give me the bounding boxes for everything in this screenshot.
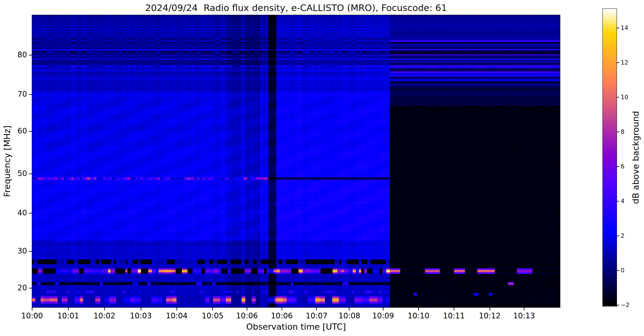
colorbar-tick-label: 10 bbox=[621, 94, 628, 100]
x-tick bbox=[141, 308, 141, 310]
x-tick bbox=[104, 308, 105, 310]
x-tick bbox=[418, 308, 419, 310]
colorbar-tick-label: 8 bbox=[621, 128, 624, 135]
x-tick-label: 10:06 bbox=[268, 311, 296, 320]
colorbar-tick bbox=[617, 236, 619, 236]
x-tick-label: 10:13 bbox=[510, 311, 538, 320]
x-tick bbox=[316, 308, 317, 310]
x-tick-label: 10:08 bbox=[335, 311, 363, 320]
colorbar-tick-label: −2 bbox=[621, 301, 630, 308]
chart-title: 2024/09/24 Radio flux density, e-CALLIST… bbox=[32, 3, 560, 13]
x-axis-label: Observation time [UTC] bbox=[202, 322, 390, 332]
y-tick bbox=[29, 94, 32, 95]
y-tick bbox=[29, 55, 32, 55]
x-tick-label: 10:11 bbox=[440, 311, 468, 320]
x-tick bbox=[247, 308, 247, 310]
colorbar-tick bbox=[617, 270, 619, 271]
colorbar-tick bbox=[617, 28, 619, 28]
x-tick-label: 10:10 bbox=[404, 311, 433, 320]
x-tick-label: 10:09 bbox=[369, 311, 397, 320]
y-tick bbox=[29, 288, 32, 288]
x-tick-label: 10:00 bbox=[18, 311, 46, 320]
x-tick-label: 10:06 bbox=[233, 311, 261, 320]
colorbar-tick bbox=[617, 166, 619, 167]
x-tick-label: 10:01 bbox=[54, 311, 82, 320]
colorbar-tick bbox=[617, 62, 619, 63]
x-tick bbox=[68, 308, 69, 310]
x-tick bbox=[454, 308, 454, 310]
y-tick bbox=[29, 251, 32, 252]
colorbar-label: dB above background bbox=[631, 69, 641, 246]
x-tick-label: 10:02 bbox=[90, 311, 119, 320]
y-tick bbox=[29, 131, 32, 132]
colorbar-tick-label: 4 bbox=[621, 197, 624, 204]
figure: 2024/09/24 Radio flux density, e-CALLIST… bbox=[0, 0, 644, 336]
colorbar-canvas bbox=[603, 9, 617, 306]
colorbar-tick-label: 6 bbox=[621, 163, 624, 170]
colorbar-tick-label: 12 bbox=[621, 59, 628, 66]
x-tick bbox=[176, 308, 177, 310]
x-tick-label: 10:12 bbox=[476, 311, 504, 320]
colorbar-tick-label: 14 bbox=[621, 24, 628, 31]
y-axis-label: Frequency [MHz] bbox=[2, 83, 13, 240]
spectrogram-canvas bbox=[32, 15, 560, 307]
colorbar-tick bbox=[617, 305, 619, 305]
colorbar-tick-label: 0 bbox=[621, 267, 624, 274]
y-tick-label: 20 bbox=[9, 283, 27, 292]
colorbar-tick bbox=[617, 97, 619, 98]
colorbar-tick bbox=[617, 201, 619, 202]
y-tick bbox=[29, 174, 32, 174]
x-tick bbox=[524, 308, 524, 310]
colorbar-tick bbox=[617, 132, 619, 132]
x-tick bbox=[32, 308, 32, 310]
x-tick bbox=[490, 308, 490, 310]
x-tick bbox=[282, 308, 282, 310]
y-tick-label: 80 bbox=[9, 50, 27, 59]
colorbar-tick-label: 2 bbox=[621, 232, 624, 239]
y-tick bbox=[29, 213, 32, 214]
x-tick bbox=[212, 308, 213, 310]
x-tick-label: 10:04 bbox=[163, 311, 191, 320]
x-tick bbox=[349, 308, 350, 310]
x-tick bbox=[383, 308, 384, 310]
y-tick-label: 30 bbox=[9, 247, 27, 255]
x-tick-label: 10:05 bbox=[199, 311, 227, 320]
x-tick-label: 10:07 bbox=[302, 311, 331, 320]
x-tick-label: 10:03 bbox=[127, 311, 155, 320]
